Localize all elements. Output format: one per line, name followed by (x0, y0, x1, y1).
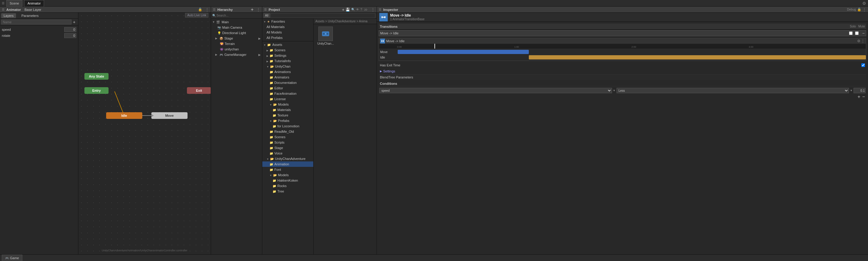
condition-operator-select[interactable]: Less (617, 88, 849, 93)
project-animation-selected[interactable]: 📁 Animation (262, 162, 313, 167)
lock-icon[interactable]: 🔒 (198, 7, 202, 11)
project-font[interactable]: 📁 Font (262, 167, 313, 172)
state-entry[interactable]: Entry (85, 87, 108, 94)
project-unitychan[interactable]: 📂 UnityChan (262, 64, 313, 69)
project-all-models[interactable]: All Models (262, 30, 313, 35)
project-materials[interactable]: 📁 Materials (262, 107, 313, 113)
project-voice[interactable]: 📁 Voice (262, 151, 313, 156)
timeline-settings-icon[interactable]: ⚙ (857, 39, 861, 43)
project-search-input[interactable] (271, 13, 375, 18)
project-tutorialinfo[interactable]: 📁 TutorialInfo (262, 58, 313, 64)
stage-label: Stage (224, 36, 233, 40)
project-prefabs[interactable]: 📂 Prefabs (262, 118, 313, 123)
project-all-materials[interactable]: All Materials (262, 24, 313, 30)
has-exit-time-checkbox[interactable] (861, 63, 865, 67)
animator-path-label: UnityChanAdventure/Animation/UnityChanAn… (79, 249, 211, 252)
condition-remove-btn[interactable]: − (862, 94, 865, 99)
inspector-debug-icon[interactable]: Debug (847, 8, 856, 11)
param-value-rotate[interactable] (64, 33, 76, 38)
project-stage[interactable]: 📁 Stage (262, 145, 313, 151)
project-texture[interactable]: 📁 Texture (262, 113, 313, 118)
project-readme-old[interactable]: 📁 ReadMe_Old (262, 129, 313, 134)
project-hakkenkoken[interactable]: 📁 HakkenKoken (262, 178, 313, 183)
hierarchy-unitychan[interactable]: 👾 unitychan (211, 47, 262, 52)
inspector-more-icon[interactable]: ⋮ (863, 7, 866, 12)
state-exit[interactable]: Exit (187, 87, 211, 94)
hierarchy-menu-icon[interactable]: ☰ (213, 8, 216, 11)
state-move[interactable]: Move (151, 112, 188, 119)
project-eye-icon[interactable]: 👁 (356, 8, 359, 11)
project-question-icon[interactable]: ? (360, 8, 362, 11)
tab-scene[interactable]: Scene (6, 0, 22, 7)
project-scripts[interactable]: 📁 Scripts (262, 140, 313, 145)
timeline-more-icon[interactable]: ⋮ (861, 39, 865, 43)
hierarchy-search-input[interactable] (216, 14, 261, 17)
project-models-2[interactable]: 📂 Models (262, 172, 313, 178)
all-filter-btn[interactable]: All (264, 13, 270, 18)
anim-icon-svg (381, 39, 384, 42)
assets-expand-icon (264, 43, 267, 47)
project-faceanimation[interactable]: 📁 FaceAnimation (262, 91, 313, 96)
hierarchy-add-btn[interactable]: + (251, 7, 253, 12)
condition-add-btn[interactable]: + (858, 94, 860, 99)
project-search-icon[interactable]: 🔍 (351, 8, 355, 11)
stage-more-btn[interactable]: ▶ (258, 37, 261, 40)
hierarchy-terrain[interactable]: 🌄 Terrain (211, 41, 262, 47)
layers-tab[interactable]: Layers (1, 13, 16, 18)
transition-mute-checkbox[interactable] (855, 31, 859, 35)
settings-expandable[interactable]: ▶ Settings (379, 68, 866, 74)
documentation-label: Documentation (274, 81, 297, 85)
project-license[interactable]: 📁 License (262, 96, 313, 102)
state-idle[interactable]: Idle (106, 112, 142, 119)
param-value-speed[interactable] (64, 27, 76, 32)
project-for-locomotion[interactable]: 📁 for Locomotion (262, 123, 313, 129)
animator-name-input[interactable] (1, 20, 71, 24)
project-scenes[interactable]: 📁 Scenes (262, 47, 313, 53)
inspector-menu-icon[interactable]: ☰ (379, 8, 381, 11)
project-animations[interactable]: 📁 Animations (262, 69, 313, 75)
conditions-title: Conditions (380, 82, 397, 85)
transition-remove-btn[interactable]: − (862, 31, 865, 36)
project-rocks[interactable]: 📁 Rocks (262, 183, 313, 188)
project-settings-icon[interactable]: ⚙ (862, 1, 866, 6)
scene-menu-icon[interactable]: ☰ (2, 1, 4, 5)
tab-animator[interactable]: Animator (24, 0, 44, 7)
parameters-tab[interactable]: Parameters (19, 13, 41, 18)
hierarchy-stage[interactable]: ▶ 📦 Stage ▶ (211, 36, 262, 41)
condition-param-select[interactable]: speed (379, 88, 612, 93)
transition-solo-checkbox[interactable] (849, 31, 852, 35)
hierarchy-main-camera[interactable]: 📷 Main Camera (211, 25, 262, 30)
project-unitychanadventure[interactable]: 📂 UnityChanAdventure (262, 156, 313, 162)
project-all-prefabs[interactable]: All Prefabs (262, 35, 313, 40)
hierarchy-directional-light[interactable]: 💡 Directional Light (211, 30, 262, 36)
condition-value-input[interactable] (854, 88, 866, 93)
gamemanager-more-btn[interactable]: ▶ (258, 53, 261, 56)
project-scenes-2[interactable]: 📁 Scenes (262, 134, 313, 140)
project-editor[interactable]: 📁 Editor (262, 85, 313, 91)
project-models[interactable]: 📂 Models (262, 102, 313, 107)
transition-item[interactable]: Move -> Idle − (379, 30, 866, 36)
project-add-btn[interactable]: + (342, 7, 344, 12)
hierarchy-gamemanager[interactable]: ▶ 🎮 GameManager ▶ (211, 52, 262, 57)
animator-header-menu[interactable]: ☰ (2, 8, 4, 11)
project-more-btn[interactable]: ⋮ (371, 7, 375, 12)
more-options-icon[interactable]: ⋮ (205, 7, 209, 12)
auto-live-link-btn[interactable]: Auto Live Link (185, 13, 208, 18)
project-documentation[interactable]: 📁 Documentation (262, 80, 313, 85)
project-menu-icon[interactable]: ☰ (264, 8, 267, 11)
project-animators[interactable]: 📁 Animators (262, 75, 313, 80)
inspector-lock-icon[interactable]: 🔒 (857, 7, 861, 11)
animator-canvas[interactable]: Auto Live Link (79, 13, 211, 254)
game-tab[interactable]: 🎮 Game (2, 255, 22, 261)
project-assets-header[interactable]: 📁 Assets (262, 42, 313, 47)
state-any-state[interactable]: Any State (85, 73, 108, 80)
hierarchy-scene-root[interactable]: ▼ 🎬 Main (211, 19, 262, 25)
animator-add-button[interactable]: + (71, 19, 77, 25)
hierarchy-more-btn[interactable]: ⋮ (256, 7, 260, 12)
project-favorites-header[interactable]: ★ Favorites (262, 19, 313, 24)
project-settings[interactable]: 📁 Settings (262, 53, 313, 58)
gamemanager-label: GameManager (224, 53, 246, 56)
project-save-icon[interactable]: 💾 (345, 7, 350, 12)
project-main-icon[interactable]: UnityChan... (316, 27, 335, 45)
project-tree[interactable]: 📁 Tree (262, 188, 313, 194)
